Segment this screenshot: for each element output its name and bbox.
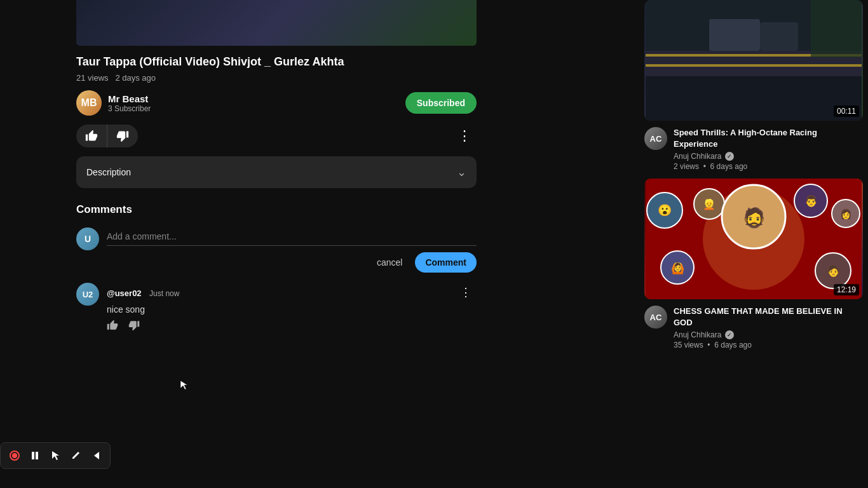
- comment-thumbs-down-icon: [128, 320, 140, 331]
- sidebar-channel-2: Anuj Chhikara ✓: [674, 330, 863, 339]
- back-button[interactable]: [87, 447, 105, 464]
- svg-text:😮: 😮: [658, 203, 672, 217]
- channel-avatar[interactable]: MB: [76, 90, 102, 116]
- sidebar-avatar-2: AC: [644, 306, 667, 329]
- comment-body: @user02 Just now ⋮ nice song: [107, 283, 477, 331]
- comments-title: Comments: [76, 203, 477, 216]
- chess-thumb-svg: 😮 👱 🧔 👨 👩 🙆 🧑: [644, 179, 863, 299]
- comment-input-row: U cancel Comment: [76, 227, 477, 273]
- verified-icon-1: ✓: [725, 152, 734, 161]
- svg-text:👨: 👨: [804, 194, 818, 208]
- thumbs-up-icon: [85, 130, 98, 142]
- commenter-avatar: U2: [76, 283, 99, 306]
- comment-actions: cancel Comment: [107, 252, 477, 273]
- thumbs-down-icon: [116, 130, 129, 142]
- upload-time: 2 days ago: [115, 73, 156, 83]
- comment-text: nice song: [107, 304, 477, 315]
- sidebar-thumb-2: 😮 👱 🧔 👨 👩 🙆 🧑: [644, 179, 863, 299]
- sidebar-meta-2: 35 views • 6 days ago: [674, 341, 863, 349]
- pause-button[interactable]: [26, 447, 44, 464]
- svg-text:🙆: 🙆: [671, 262, 685, 275]
- comment-item: U2 @user02 Just now ⋮ nice song: [76, 283, 477, 331]
- comments-section: Comments U cancel Comment U2: [76, 203, 477, 331]
- channel-row: MB Mr Beast 3 Subscriber Subscribed: [76, 90, 477, 116]
- commenter-username: @user02: [107, 288, 142, 298]
- cursor-arrow-icon: [50, 451, 60, 461]
- submit-comment-button[interactable]: Comment: [415, 252, 477, 273]
- video-meta: 21 views 2 days ago: [76, 73, 477, 83]
- sidebar: 00:11 AC Speed Thrills: A High-Octane Ra…: [639, 0, 868, 488]
- more-options-button[interactable]: ⋮: [452, 125, 477, 147]
- verified-icon-2: ✓: [725, 330, 734, 339]
- subscribe-button[interactable]: Subscribed: [405, 92, 477, 114]
- record-button[interactable]: [6, 447, 24, 464]
- sidebar-avatar-1: AC: [644, 127, 667, 150]
- comment-timestamp: Just now: [149, 289, 179, 298]
- svg-text:🧔: 🧔: [742, 207, 766, 229]
- comment-like-button[interactable]: [107, 320, 118, 331]
- cancel-comment-button[interactable]: cancel: [370, 252, 409, 273]
- comment-input-field[interactable]: [107, 227, 477, 246]
- comment-thumbs-up-icon: [107, 320, 118, 331]
- svg-text:👱: 👱: [703, 198, 715, 210]
- video-title: Taur Tappa (Official Video) Shivjot _ Gu…: [76, 55, 477, 69]
- like-dislike-group: [76, 125, 138, 147]
- back-arrow-icon: [91, 451, 101, 461]
- sidebar-video-details-2: CHESS GAME THAT MADE ME BELIEVE IN GOD A…: [674, 306, 863, 349]
- pen-button[interactable]: [67, 447, 85, 464]
- comment-more-button[interactable]: ⋮: [455, 283, 477, 302]
- video-thumbnail-strip: [76, 0, 477, 46]
- sidebar-video-card-1[interactable]: 00:11 AC Speed Thrills: A High-Octane Ra…: [644, 0, 863, 177]
- sidebar-video-info-1: AC Speed Thrills: A High-Octane Racing E…: [644, 121, 863, 177]
- cursor-button[interactable]: [46, 447, 64, 464]
- sidebar-video-details-1: Speed Thrills: A High-Octane Racing Expe…: [674, 127, 863, 171]
- sidebar-video-title-1: Speed Thrills: A High-Octane Racing Expe…: [674, 127, 863, 149]
- sidebar-video-info-2: AC CHESS GAME THAT MADE ME BELIEVE IN GO…: [644, 299, 863, 356]
- svg-rect-3: [646, 64, 862, 67]
- sidebar-channel-1: Anuj Chhikara ✓: [674, 152, 863, 161]
- comment-user-time: @user02 Just now: [107, 287, 179, 299]
- svg-rect-27: [32, 452, 34, 459]
- svg-marker-29: [52, 451, 59, 460]
- sidebar-meta-1: 2 views • 6 days ago: [674, 162, 863, 171]
- svg-rect-8: [646, 76, 862, 121]
- pen-icon: [71, 451, 81, 461]
- racing-thumb-svg: [644, 0, 863, 121]
- svg-rect-28: [36, 452, 38, 459]
- dislike-button[interactable]: [107, 125, 138, 147]
- sidebar-video-title-2: CHESS GAME THAT MADE ME BELIEVE IN GOD: [674, 306, 863, 328]
- channel-name: Mr Beast: [108, 93, 151, 104]
- bottom-toolbar: [0, 442, 111, 469]
- duration-badge-2: 12:19: [834, 284, 859, 295]
- face-collage: 😮 👱 🧔 👨 👩 🙆 🧑: [644, 179, 863, 299]
- svg-rect-7: [811, 0, 862, 57]
- svg-rect-6: [760, 22, 798, 51]
- svg-marker-30: [94, 452, 99, 459]
- pause-icon: [30, 451, 40, 461]
- svg-point-26: [12, 453, 17, 458]
- description-box[interactable]: Description ⌄: [76, 156, 477, 188]
- comment-header: @user02 Just now ⋮: [107, 283, 477, 302]
- comment-input-wrap: cancel Comment: [107, 227, 477, 273]
- svg-rect-5: [709, 19, 760, 51]
- channel-subs: 3 Subscriber: [108, 104, 151, 113]
- comment-dislike-button[interactable]: [128, 320, 140, 331]
- current-user-avatar: U: [76, 227, 99, 250]
- svg-text:👩: 👩: [840, 208, 852, 220]
- channel-info[interactable]: MB Mr Beast 3 Subscriber: [76, 90, 151, 116]
- record-icon: [10, 451, 20, 461]
- view-count: 21 views: [76, 73, 109, 83]
- svg-text:🧑: 🧑: [827, 264, 841, 278]
- comment-reactions: [107, 320, 477, 331]
- like-button[interactable]: [76, 125, 107, 147]
- actions-row: ⋮: [76, 125, 477, 147]
- channel-text: Mr Beast 3 Subscriber: [108, 93, 151, 113]
- chevron-down-icon: ⌄: [457, 165, 466, 179]
- description-label: Description: [86, 167, 131, 177]
- sidebar-video-card-2[interactable]: 😮 👱 🧔 👨 👩 🙆 🧑: [644, 179, 863, 356]
- sidebar-thumb-1: 00:11: [644, 0, 863, 121]
- duration-badge-1: 00:11: [834, 105, 859, 117]
